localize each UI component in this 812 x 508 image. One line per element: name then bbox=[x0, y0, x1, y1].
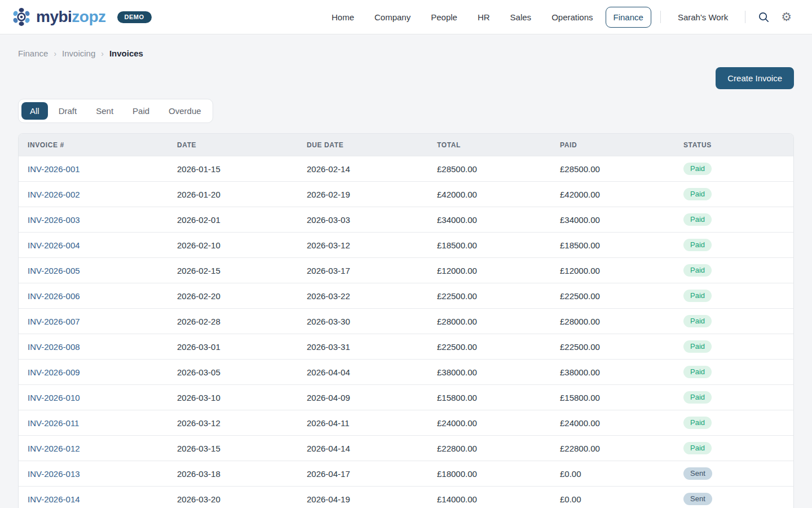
settings-button[interactable]: ⚙ bbox=[778, 8, 795, 27]
invoice-number-link[interactable]: INV-2026-012 bbox=[28, 444, 80, 453]
invoice-number-link[interactable]: INV-2026-007 bbox=[28, 317, 80, 326]
invoice-total: £15800.00 bbox=[428, 385, 551, 410]
nav-item-operations[interactable]: Operations bbox=[544, 7, 601, 28]
breadcrumb-item-invoicing[interactable]: Invoicing bbox=[62, 49, 95, 58]
nav-divider bbox=[745, 11, 745, 23]
invoices-table-body: INV-2026-001 2026-01-15 2026-02-14 £2850… bbox=[19, 156, 793, 508]
invoice-number-link[interactable]: INV-2026-006 bbox=[28, 291, 80, 301]
invoice-number-link[interactable]: INV-2026-009 bbox=[28, 367, 80, 377]
invoice-total: £28000.00 bbox=[428, 309, 551, 334]
column-header-due-date: DUE DATE bbox=[298, 134, 428, 156]
filter-tab-sent[interactable]: Sent bbox=[87, 102, 122, 120]
column-header-paid: PAID bbox=[551, 134, 674, 156]
invoice-number-link[interactable]: INV-2026-002 bbox=[28, 190, 80, 199]
filter-tab-overdue[interactable]: Overdue bbox=[160, 102, 210, 120]
gear-icon: ⚙ bbox=[781, 11, 792, 23]
nav-item-company[interactable]: Company bbox=[367, 7, 418, 28]
table-row[interactable]: INV-2026-008 2026-03-01 2026-03-31 £2250… bbox=[19, 334, 793, 360]
filter-tab-all[interactable]: All bbox=[21, 102, 48, 120]
create-invoice-button[interactable]: Create Invoice bbox=[716, 67, 794, 89]
column-header-invoice: INVOICE # bbox=[19, 134, 168, 156]
table-row[interactable]: INV-2026-003 2026-02-01 2026-03-03 £3400… bbox=[19, 207, 793, 233]
invoice-number-link[interactable]: INV-2026-008 bbox=[28, 342, 80, 352]
invoice-paid: £12000.00 bbox=[551, 258, 674, 283]
invoice-due-date: 2026-03-31 bbox=[298, 334, 428, 360]
invoice-paid: £0.00 bbox=[551, 487, 674, 508]
invoice-date: 2026-03-20 bbox=[168, 487, 298, 508]
nav-item-hr[interactable]: HR bbox=[470, 7, 498, 28]
invoice-total: £22800.00 bbox=[428, 436, 551, 461]
table-row[interactable]: INV-2026-011 2026-03-12 2026-04-11 £2400… bbox=[19, 410, 793, 436]
invoice-due-date: 2026-03-30 bbox=[298, 309, 428, 334]
table-row[interactable]: INV-2026-001 2026-01-15 2026-02-14 £2850… bbox=[19, 156, 793, 182]
status-badge: Paid bbox=[683, 366, 712, 378]
breadcrumb: Finance›Invoicing›Invoices bbox=[18, 34, 794, 58]
breadcrumb-separator-icon: › bbox=[101, 49, 104, 58]
invoice-due-date: 2026-03-22 bbox=[298, 283, 428, 309]
logo-wordmark: mybizopz bbox=[36, 9, 106, 25]
table-row[interactable]: INV-2026-002 2026-01-20 2026-02-19 £4200… bbox=[19, 182, 793, 207]
invoice-number-link[interactable]: INV-2026-014 bbox=[28, 494, 80, 504]
invoice-number-link[interactable]: INV-2026-004 bbox=[28, 240, 80, 250]
status-badge: Paid bbox=[683, 290, 712, 302]
invoice-date: 2026-03-01 bbox=[168, 334, 298, 360]
app-logo[interactable]: mybizopz DEMO bbox=[11, 7, 152, 27]
invoice-due-date: 2026-03-12 bbox=[298, 233, 428, 258]
nav-item-finance[interactable]: Finance bbox=[606, 7, 651, 28]
invoice-paid: £28500.00 bbox=[551, 156, 674, 182]
table-row[interactable]: INV-2026-004 2026-02-10 2026-03-12 £1850… bbox=[19, 233, 793, 258]
table-row[interactable]: INV-2026-006 2026-02-20 2026-03-22 £2250… bbox=[19, 283, 793, 309]
invoice-total: £18500.00 bbox=[428, 233, 551, 258]
table-row[interactable]: INV-2026-010 2026-03-10 2026-04-09 £1580… bbox=[19, 385, 793, 410]
nav-item-sarahs-work[interactable]: Sarah's Work bbox=[670, 7, 736, 28]
invoice-number-link[interactable]: INV-2026-011 bbox=[28, 418, 79, 428]
table-row[interactable]: INV-2026-014 2026-03-20 2026-04-19 £1400… bbox=[19, 487, 793, 508]
status-badge: Paid bbox=[683, 315, 712, 327]
invoice-paid: £22800.00 bbox=[551, 436, 674, 461]
filter-tab-paid[interactable]: Paid bbox=[124, 102, 158, 120]
invoice-date: 2026-01-15 bbox=[168, 156, 298, 182]
invoice-number-link[interactable]: INV-2026-003 bbox=[28, 215, 80, 225]
main-content: Finance›Invoicing›Invoices Create Invoic… bbox=[0, 34, 812, 508]
status-badge: Paid bbox=[683, 213, 712, 226]
breadcrumb-item-finance[interactable]: Finance bbox=[18, 49, 48, 58]
status-badge: Paid bbox=[683, 391, 712, 404]
action-row: Create Invoice bbox=[18, 67, 794, 89]
invoice-number-link[interactable]: INV-2026-005 bbox=[28, 266, 80, 275]
invoice-due-date: 2026-02-14 bbox=[298, 156, 428, 182]
nav-item-sales[interactable]: Sales bbox=[502, 7, 540, 28]
invoices-table: INVOICE # DATE DUE DATE TOTAL PAID STATU… bbox=[19, 134, 793, 508]
top-bar: mybizopz DEMO HomeCompanyPeopleHRSalesOp… bbox=[0, 0, 812, 34]
status-badge: Paid bbox=[683, 442, 712, 454]
search-icon bbox=[758, 11, 770, 23]
nav-item-people[interactable]: People bbox=[423, 7, 465, 28]
invoice-due-date: 2026-03-03 bbox=[298, 207, 428, 233]
table-row[interactable]: INV-2026-005 2026-02-15 2026-03-17 £1200… bbox=[19, 258, 793, 283]
invoice-number-link[interactable]: INV-2026-010 bbox=[28, 393, 80, 402]
invoice-due-date: 2026-02-19 bbox=[298, 182, 428, 207]
column-header-total: TOTAL bbox=[428, 134, 551, 156]
table-row[interactable]: INV-2026-013 2026-03-18 2026-04-17 £1800… bbox=[19, 461, 793, 487]
invoice-number-link[interactable]: INV-2026-013 bbox=[28, 469, 80, 479]
table-row[interactable]: INV-2026-009 2026-03-05 2026-04-04 £3800… bbox=[19, 360, 793, 385]
invoice-paid: £24000.00 bbox=[551, 410, 674, 436]
status-badge: Paid bbox=[683, 163, 712, 175]
nav-item-home[interactable]: Home bbox=[324, 7, 362, 28]
table-row[interactable]: INV-2026-012 2026-03-15 2026-04-14 £2280… bbox=[19, 436, 793, 461]
invoice-date: 2026-03-18 bbox=[168, 461, 298, 487]
status-badge: Sent bbox=[683, 467, 712, 480]
column-header-date: DATE bbox=[168, 134, 298, 156]
invoice-total: £14000.00 bbox=[428, 487, 551, 508]
main-nav: HomeCompanyPeopleHRSalesOperationsFinanc… bbox=[324, 7, 795, 28]
filter-tab-draft[interactable]: Draft bbox=[50, 102, 86, 120]
status-badge: Paid bbox=[683, 340, 712, 353]
search-button[interactable] bbox=[754, 8, 773, 27]
invoice-number-link[interactable]: INV-2026-001 bbox=[28, 164, 80, 174]
invoice-date: 2026-02-01 bbox=[168, 207, 298, 233]
invoice-due-date: 2026-04-11 bbox=[298, 410, 428, 436]
table-row[interactable]: INV-2026-007 2026-02-28 2026-03-30 £2800… bbox=[19, 309, 793, 334]
status-filter-tabs: AllDraftSentPaidOverdue bbox=[18, 99, 213, 123]
breadcrumb-item-invoices: Invoices bbox=[109, 49, 143, 58]
breadcrumb-separator-icon: › bbox=[54, 49, 56, 58]
invoices-table-card: INVOICE # DATE DUE DATE TOTAL PAID STATU… bbox=[18, 133, 794, 508]
